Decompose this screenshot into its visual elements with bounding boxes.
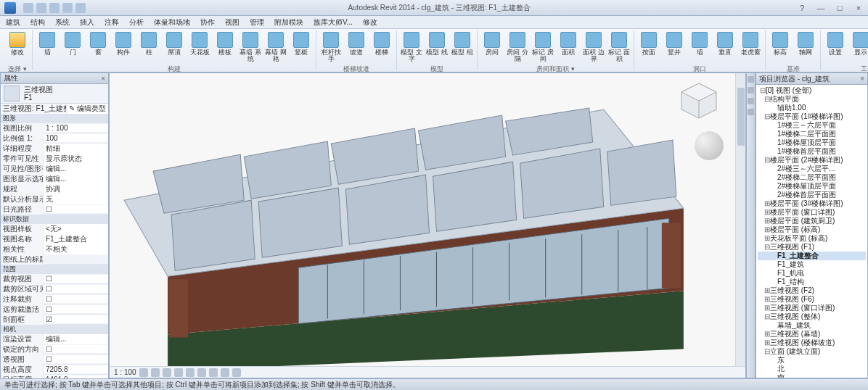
type-dropdown[interactable]: 三维视图: F1_土建整合 [1,104,66,114]
tab-insert[interactable]: 插入 [80,17,94,28]
tree-item[interactable]: ⊞楼层平面 (3#楼梯详图) [758,199,866,208]
tool-墙[interactable]: 墙 [688,32,711,64]
temp-hide-icon[interactable] [232,368,241,377]
property-row[interactable]: 裁剪区域可见☐ [1,284,108,294]
tool-栏杆扶手[interactable]: 栏杆扶手 [319,32,343,64]
expand-icon[interactable]: ⊞ [763,330,770,339]
tool-设置[interactable]: 设置 [824,32,847,64]
tool-楼板[interactable]: 楼板 [213,32,237,64]
tree-item[interactable]: ⊞三维视图 (F2) [758,286,866,295]
property-row[interactable]: 详细程度精细 [1,144,108,154]
tree-item[interactable]: ⊞三维视图 (幕墙) [758,330,866,339]
properties-header[interactable]: 属性× [1,73,108,84]
tree-item[interactable]: ⊞三维视图 (F6) [758,295,866,304]
nav-orbit-icon[interactable] [748,109,754,115]
tool-模型文字[interactable]: 模型 文字 [400,32,423,64]
tree-item[interactable]: 辅助1.00 [758,104,866,112]
tool-轴网[interactable]: 轴网 [794,32,817,64]
tool-按面[interactable]: 按面 [637,32,660,64]
project-tree[interactable]: ⊟[0] 视图 (全部)⊟结构平面辅助1.00⊟楼层平面 (1#楼梯详图)1#楼… [756,85,867,378]
property-row[interactable]: 零件可见性显示原状态 [1,154,108,164]
minimize-button[interactable]: — [811,1,830,14]
lock-3d-icon[interactable] [221,368,229,377]
app-icon[interactable] [4,2,16,14]
tree-item[interactable]: 2#楼梯首层平面图 [758,191,866,199]
crop-region-icon[interactable] [209,368,218,377]
property-row[interactable]: 透视图☐ [1,354,108,365]
qat-open-icon[interactable] [23,3,33,13]
tree-item[interactable]: 1#楼梯屋顶层平面 [758,138,866,147]
tab-manage[interactable]: 管理 [250,17,264,28]
tree-item[interactable]: ⊟立面 (建筑立面) [758,347,866,356]
tool-竖梃[interactable]: 竖梃 [290,32,313,64]
tab-systems[interactable]: 系统 [55,17,70,28]
property-row[interactable]: 比例值 1:100 [1,133,108,144]
tool-标记房间[interactable]: 标记 房间 [531,32,554,64]
tab-structure[interactable]: 结构 [30,17,45,28]
expand-icon[interactable]: ⊞ [763,217,770,225]
expand-icon[interactable]: ⊟ [763,156,770,165]
edit-type-button[interactable]: ✎ 编辑类型 [66,104,108,114]
tree-item[interactable]: F1_建筑 [758,260,866,269]
property-row[interactable]: 锁定的方向☐ [1,344,108,354]
close-icon[interactable]: × [101,75,105,83]
tree-item[interactable]: 1#楼梯首层平面图 [758,147,866,156]
property-row[interactable]: 规程协调 [1,184,108,194]
property-row[interactable]: 相关性不相关 [1,244,108,254]
rendering-icon[interactable] [186,368,195,377]
tree-item[interactable]: F1_结构 [758,278,866,286]
tree-item[interactable]: ⊟楼层平面 (2#楼梯详图) [758,156,866,165]
tool-标高[interactable]: 标高 [769,32,792,64]
viewcube[interactable] [677,79,721,123]
scale-selector[interactable]: 1 : 100 [114,368,136,376]
expand-icon[interactable]: ⊟ [763,312,770,321]
property-row[interactable]: 裁剪视图☐ [1,274,108,284]
property-row[interactable]: 视图样板<无> [1,224,108,234]
tree-item[interactable]: 幕墙_建筑 [758,321,866,330]
property-row[interactable]: 图纸上的标题 [1,254,108,265]
expand-icon[interactable]: ⊞ [763,234,770,243]
property-row[interactable]: 剖面框☑ [1,315,108,325]
expand-icon[interactable]: ⊟ [763,347,770,356]
crop-view-icon[interactable] [197,368,206,377]
tree-item[interactable]: 1#楼三～六层平面 [758,121,866,130]
expand-icon[interactable]: ⊞ [763,304,770,312]
tool-幕墙系统[interactable]: 幕墙 系统 [239,32,262,64]
tree-item[interactable]: ⊟三维视图 (F1) [758,243,866,252]
property-row[interactable]: 远剪裁激活☐ [1,304,108,315]
tab-modify[interactable]: 修改 [363,17,377,28]
expand-icon[interactable]: ⊞ [763,295,770,304]
qat-redo-icon[interactable] [62,3,73,13]
visual-style-icon[interactable] [151,368,160,377]
tree-item[interactable]: ⊟三维视图 (整体) [758,312,866,321]
tool-竖井[interactable]: 竖井 [663,32,686,64]
property-row[interactable]: 视图比例1 : 100 [1,123,108,133]
tool-坡道[interactable]: 坡道 [345,32,368,64]
steering-wheel[interactable] [695,131,724,160]
qat-save-icon[interactable] [36,3,46,13]
nav-zoom-icon[interactable] [748,87,754,94]
tool-天花板[interactable]: 天花板 [188,32,211,64]
tool-墙[interactable]: 墙 [36,32,59,64]
expand-icon[interactable]: ⊞ [763,225,770,234]
tree-item[interactable]: ⊟楼层平面 (1#楼梯详图) [758,112,866,121]
tool-老虎窗[interactable]: 老虎窗 [739,32,762,64]
tool-幕墙网格[interactable]: 幕墙 网格 [264,32,287,64]
tool-模型线[interactable]: 模型 线 [425,32,449,64]
tree-item[interactable]: 2#楼梯二层平面图 [758,173,866,182]
tool-楼梯[interactable]: 楼梯 [370,32,393,64]
expand-icon[interactable]: ⊞ [763,208,770,217]
tree-item[interactable]: ⊞天花板平面 (标高) [758,234,866,243]
close-button[interactable]: × [849,1,868,14]
tab-massing[interactable]: 体量和场地 [154,17,190,28]
qat-print-icon[interactable] [75,3,86,13]
tool-面积[interactable]: 面积 [557,32,580,64]
property-row[interactable]: 可见性/图形替换编辑... [1,164,108,174]
tree-item[interactable]: ⊟结构平面 [758,95,866,104]
property-row[interactable]: 视点高度7205.8 [1,365,108,375]
tree-item[interactable]: 南 [758,373,866,378]
tree-item[interactable]: ⊞三维视图 (窗口详图) [758,304,866,312]
tree-item[interactable]: 东 [758,356,866,365]
qat-undo-icon[interactable] [49,3,60,13]
tree-item[interactable]: 1#楼梯二层平面图 [758,130,866,138]
